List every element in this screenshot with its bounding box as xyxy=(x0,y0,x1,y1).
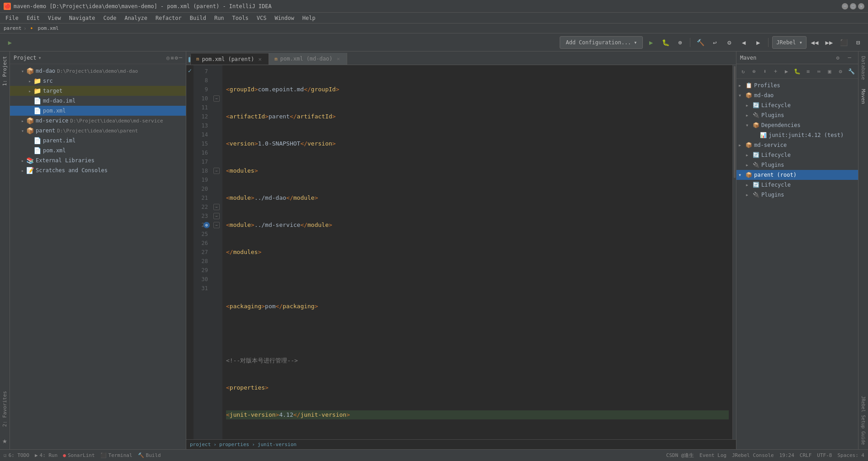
menu-run[interactable]: Run xyxy=(211,14,228,22)
menu-tools[interactable]: Tools xyxy=(229,14,252,22)
breadcrumb-pomxml[interactable]: 🔸 pom.xml xyxy=(28,25,59,31)
tree-item-parent-pom[interactable]: 📄 pom.xml xyxy=(10,146,186,155)
status-encoding[interactable]: CRLF xyxy=(800,452,812,458)
maven-sync[interactable]: ≡ xyxy=(803,66,813,76)
favorites-star[interactable]: ★ xyxy=(2,436,7,445)
run-with-coverage[interactable]: ⊕ xyxy=(674,36,686,49)
maven-mdservice[interactable]: ▸ 📦 md-service xyxy=(736,140,858,150)
status-charset[interactable]: UTF-8 xyxy=(817,452,832,458)
editor-tab-dao-pom[interactable]: m pom.xml (md-dao) ✕ xyxy=(269,53,347,65)
menu-view[interactable]: View xyxy=(44,14,65,22)
fold-22[interactable]: − xyxy=(213,204,220,210)
side-label-jrebel[interactable]: JRebel Setup Guide xyxy=(859,391,868,449)
maven-profiles[interactable]: ▸ 📋 Profiles xyxy=(736,80,858,90)
run-button[interactable]: ▶ xyxy=(645,36,657,49)
code-content[interactable]: <groupId>com.epoint.md</groupId> <artifa… xyxy=(222,65,732,439)
maven-mdservice-plugins[interactable]: ▸ 🔌 Plugins xyxy=(736,160,858,170)
tree-item-mdservice[interactable]: ▸ 📦 md-service D:\Project\idea\demo\md-s… xyxy=(10,116,186,126)
minimize-button[interactable]: ─ xyxy=(842,3,848,9)
tree-item-parent-iml[interactable]: 📄 parent.iml xyxy=(10,136,186,146)
maven-parent-lifecycle[interactable]: ▸ 🔄 Lifecycle xyxy=(736,180,858,190)
status-context[interactable]: CSDN @逢生 xyxy=(666,452,694,459)
menu-file[interactable]: File xyxy=(2,14,22,22)
side-label-project[interactable]: 1: Project xyxy=(0,52,9,90)
toolbar-green-arrow[interactable]: ▶ xyxy=(4,36,16,49)
project-scroll-icon[interactable]: ≡ xyxy=(170,55,174,61)
jrebel-button[interactable]: JRebel ▾ xyxy=(772,36,807,49)
project-minimize-icon[interactable]: ─ xyxy=(179,55,182,61)
maven-run-debug[interactable]: 🐛 xyxy=(793,66,802,76)
src-expand[interactable]: ▸ xyxy=(26,79,33,84)
tree-item-src[interactable]: ▸ 📁 src xyxy=(10,76,186,86)
status-event-log[interactable]: Event Log xyxy=(699,452,726,458)
menu-build[interactable]: Build xyxy=(186,14,210,22)
fold-10[interactable]: − xyxy=(213,95,220,102)
maven-download[interactable]: ⬇ xyxy=(760,66,770,76)
nav-back[interactable]: ◀ xyxy=(737,36,750,49)
maven-junit-dep[interactable]: 📊 junit:junit:4.12 (test) xyxy=(736,130,858,140)
tree-item-parent[interactable]: ▾ 📦 parent D:\Project\idea\demo\parent xyxy=(10,126,186,136)
arrow-right2[interactable]: ▶▶ xyxy=(823,36,835,49)
maven-mddao-plugins[interactable]: ▸ 🔌 Plugins xyxy=(736,110,858,120)
side-label-favorites[interactable]: 2: Favorites xyxy=(0,386,9,431)
fold-23[interactable]: − xyxy=(213,213,220,219)
status-jrebel-console[interactable]: JRebel Console xyxy=(732,452,774,458)
status-sonarlint[interactable]: ● SonarLint xyxy=(63,452,94,458)
add-configuration-button[interactable]: Add Configuration... ▾ xyxy=(560,36,643,49)
scratches-expand[interactable]: ▸ xyxy=(19,168,26,173)
menu-vcs[interactable]: VCS xyxy=(253,14,270,22)
tree-item-pom-selected[interactable]: 📄 pom.xml xyxy=(10,106,186,116)
status-run[interactable]: ▶ 4: Run xyxy=(35,452,57,458)
parent-expand[interactable]: ▾ xyxy=(19,128,26,133)
menu-navigate[interactable]: Navigate xyxy=(66,14,99,22)
status-todo[interactable]: ☑ 6: TODO xyxy=(4,452,29,458)
editor-scrollbar[interactable] xyxy=(732,65,736,439)
side-label-maven[interactable]: Maven xyxy=(859,85,868,108)
maven-reimport[interactable]: ⊕ xyxy=(749,66,759,76)
menu-window[interactable]: Window xyxy=(271,14,297,22)
maven-collapse[interactable]: ▣ xyxy=(825,66,835,76)
close-button[interactable]: ✕ xyxy=(858,3,864,9)
menu-edit[interactable]: Edit xyxy=(23,14,43,22)
arrow-left2[interactable]: ◀◀ xyxy=(808,36,821,49)
maven-mddao-lifecycle[interactable]: ▸ 🔄 Lifecycle xyxy=(736,100,858,110)
settings-button[interactable]: ⚙ xyxy=(723,36,736,49)
status-build[interactable]: 🔨 Build xyxy=(138,452,161,458)
maven-parent[interactable]: ▾ 📦 parent (root) xyxy=(736,170,858,180)
maven-refresh[interactable]: ↻ xyxy=(738,66,748,76)
nav-forward[interactable]: ▶ xyxy=(752,36,764,49)
menu-code[interactable]: Code xyxy=(100,14,120,22)
maven-minimize-icon[interactable]: ─ xyxy=(844,53,854,63)
full-screen[interactable]: ⬛ xyxy=(837,36,850,49)
maven-add[interactable]: + xyxy=(771,66,781,76)
debug-button[interactable]: 🐛 xyxy=(659,36,672,49)
tree-item-target[interactable]: ▸ 📁 target xyxy=(10,86,186,96)
mdservice-expand[interactable]: ▸ xyxy=(19,118,26,123)
maven-settings-icon[interactable]: ⚙ xyxy=(833,53,843,63)
editor-tab-parent-pom[interactable]: m pom.xml (parent) ✕ xyxy=(191,53,269,65)
sync-button[interactable]: ↩ xyxy=(708,36,721,49)
menu-refactor[interactable]: Refactor xyxy=(152,14,185,22)
side-label-database[interactable]: Database xyxy=(859,52,868,85)
breadcrumb-parent[interactable]: parent xyxy=(4,25,22,31)
project-dropdown[interactable]: ▾ xyxy=(38,55,42,61)
tree-item-mddao[interactable]: ▾ 📦 md-dao D:\Project\idea\demo\md-dao xyxy=(10,66,186,76)
menu-analyze[interactable]: Analyze xyxy=(121,14,151,22)
project-settings-icon[interactable]: ⚙ xyxy=(175,55,178,61)
menu-help[interactable]: Help xyxy=(299,14,319,22)
mddao-expand[interactable]: ▾ xyxy=(19,69,26,74)
fold-18[interactable]: − xyxy=(213,168,220,174)
maven-expand[interactable]: ≔ xyxy=(814,66,824,76)
target-expand[interactable]: ▸ xyxy=(26,89,33,94)
maven-parent-plugins[interactable]: ▸ 🔌 Plugins xyxy=(736,190,858,200)
maven-run[interactable]: ▶ xyxy=(782,66,792,76)
split-view[interactable]: ⊟ xyxy=(852,36,864,49)
maven-settings2[interactable]: ⚙ xyxy=(835,66,845,76)
tab-dao-close[interactable]: ✕ xyxy=(335,56,341,62)
maven-wrench[interactable]: 🔧 xyxy=(846,66,856,76)
tree-item-ext-libs[interactable]: ▸ 📚 External Libraries xyxy=(10,155,186,165)
extlibs-expand[interactable]: ▸ xyxy=(19,158,26,163)
status-terminal[interactable]: ⬛ Terminal xyxy=(100,452,132,458)
project-locate-icon[interactable]: ◎ xyxy=(166,55,170,61)
maven-mddao-deps[interactable]: ▾ 📦 Dependencies xyxy=(736,120,858,130)
